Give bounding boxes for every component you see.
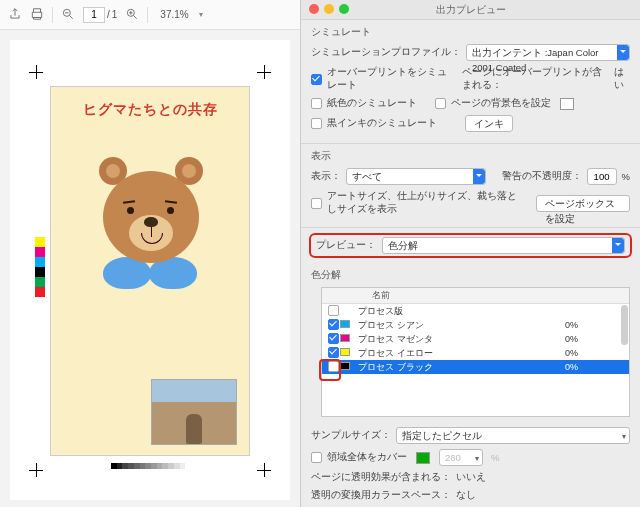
plate-checkbox[interactable] <box>328 333 339 344</box>
plate-swatch <box>340 362 350 370</box>
cover-value-select[interactable]: 280 <box>439 449 483 466</box>
colorspace-value: なし <box>456 489 476 502</box>
separations-section: 色分解 <box>301 263 640 282</box>
profile-select[interactable]: 出力インテント :Japan Color 2001 Coated <box>466 44 630 61</box>
plate-percent: 0% <box>565 320 625 330</box>
artsize-checkbox[interactable] <box>311 198 322 209</box>
print-icon[interactable] <box>30 7 44 23</box>
section-heading: シミュレート <box>311 26 630 39</box>
section-heading: 色分解 <box>311 269 630 282</box>
black-sim-label: 黒インキのシミュレート <box>327 117 437 130</box>
sample-size-select[interactable]: 指定したピクセル <box>396 427 630 444</box>
separation-row[interactable]: プロセス マゼンタ0% <box>322 332 629 346</box>
transp-value: いいえ <box>456 471 486 484</box>
color-bar-side <box>35 237 45 297</box>
sample-size-label: サンプルサイズ： <box>311 429 391 442</box>
view-section: 表示 表示： すべて 警告の不透明度： % アートサイズ、仕上がりサイズ、裁ち落… <box>301 144 640 228</box>
bg-color-swatch[interactable] <box>560 98 574 110</box>
plate-checkbox[interactable] <box>328 361 339 372</box>
plate-swatch <box>340 320 350 328</box>
plate-percent: 0% <box>565 334 625 344</box>
share-icon[interactable] <box>8 7 22 23</box>
cover-label: 領域全体をカバー <box>327 451 407 464</box>
plate-percent: 0% <box>565 348 625 358</box>
black-sim-checkbox[interactable] <box>311 118 322 129</box>
pagebox-button[interactable]: ページボックスを設定 <box>536 195 630 212</box>
view-label: 表示： <box>311 170 341 183</box>
warning-opacity-input[interactable] <box>587 168 617 185</box>
paper-sim-checkbox[interactable] <box>311 98 322 109</box>
preview-select[interactable]: 色分解 <box>382 237 625 254</box>
warning-label: 警告の不透明度： <box>502 170 582 183</box>
zoom-level[interactable]: 37.1% <box>160 9 188 20</box>
plate-name: プロセス マゼンタ <box>354 333 565 346</box>
preview-label: プレビュー： <box>316 239 376 252</box>
plate-name: プロセス ブラック <box>354 361 565 374</box>
placed-photo <box>151 379 237 445</box>
plate-swatch <box>340 348 350 356</box>
overprint-sim-checkbox[interactable] <box>311 74 322 85</box>
plate-checkbox[interactable] <box>328 347 339 358</box>
page-title: ヒグマたちとの共存 <box>51 101 249 119</box>
list-header: 名前 <box>322 288 629 304</box>
pct-unit: % <box>491 452 499 463</box>
plate-percent: 0% <box>565 362 625 372</box>
document-page: ヒグマたちとの共存 <box>50 86 250 456</box>
ink-button[interactable]: インキ <box>465 115 513 132</box>
simulate-section: シミュレート シミュレーションプロファイル： 出力インテント :Japan Co… <box>301 20 640 144</box>
toolbar: / 1 37.1%▾ <box>0 0 300 30</box>
panel-titlebar: 出力プレビュー <box>301 0 640 20</box>
page-current-input[interactable] <box>83 7 105 23</box>
page-canvas: ヒグマたちとの共存 <box>10 40 290 500</box>
preview-row: プレビュー： 色分解 <box>309 233 632 258</box>
bottom-section: サンプルサイズ： 指定したピクセル 領域全体をカバー 280 % ページに透明効… <box>301 421 640 507</box>
color-bar-bottom <box>111 463 191 469</box>
view-select[interactable]: すべて <box>346 168 486 185</box>
window-controls[interactable] <box>309 4 349 14</box>
zoom-in-icon[interactable] <box>125 7 139 23</box>
plate-name: プロセス版 <box>354 305 565 318</box>
bg-set-checkbox[interactable] <box>435 98 446 109</box>
pdf-viewer: / 1 37.1%▾ ヒグマたちとの共存 <box>0 0 300 507</box>
separation-row[interactable]: プロセス イエロー0% <box>322 346 629 360</box>
separation-row[interactable]: プロセス シアン0% <box>322 318 629 332</box>
cover-color-swatch[interactable] <box>416 452 430 464</box>
output-preview-panel: 出力プレビュー シミュレート シミュレーションプロファイル： 出力インテント :… <box>300 0 640 507</box>
colorspace-label: 透明の変換用カラースペース： <box>311 489 451 502</box>
transp-label: ページに透明効果が含まれる： <box>311 471 451 484</box>
separation-row[interactable]: プロセス版 <box>322 304 629 318</box>
plate-checkbox[interactable] <box>328 305 339 316</box>
illustration-bear <box>93 157 209 307</box>
separation-row[interactable]: プロセス ブラック0% <box>322 360 629 374</box>
overprint-info-value: はい <box>614 66 630 92</box>
section-heading: 表示 <box>311 150 630 163</box>
plate-swatch <box>340 334 350 342</box>
pct-unit: % <box>622 171 630 182</box>
plate-name: プロセス シアン <box>354 319 565 332</box>
plate-name: プロセス イエロー <box>354 347 565 360</box>
cover-checkbox[interactable] <box>311 452 322 463</box>
page-indicator: / 1 <box>83 7 117 23</box>
separations-list[interactable]: 名前 プロセス版プロセス シアン0%プロセス マゼンタ0%プロセス イエロー0%… <box>321 287 630 417</box>
plate-checkbox[interactable] <box>328 319 339 330</box>
paper-sim-label: 紙色のシミュレート <box>327 97 417 110</box>
overprint-sim-label: オーバープリントをシミュレート <box>327 66 449 92</box>
scrollbar[interactable] <box>621 305 628 345</box>
profile-label: シミュレーションプロファイル： <box>311 46 461 59</box>
zoom-out-icon[interactable] <box>61 7 75 23</box>
bg-set-label: ページの背景色を設定 <box>451 97 551 110</box>
artsize-label: アートサイズ、仕上がりサイズ、裁ち落としサイズを表示 <box>327 190 526 216</box>
